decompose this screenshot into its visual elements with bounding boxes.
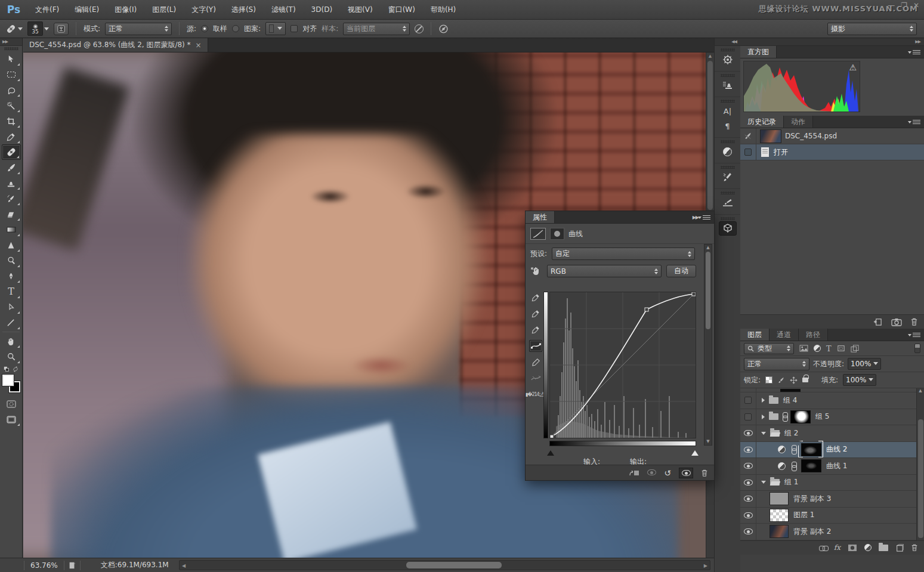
menu-3d[interactable]: 3D(D): [304, 0, 340, 20]
dock-collapse-control[interactable]: ◀◀: [715, 38, 740, 46]
tab-actions[interactable]: 动作: [784, 116, 813, 128]
menu-filter[interactable]: 滤镜(T): [264, 0, 304, 20]
character-panel-icon[interactable]: A|: [719, 104, 737, 118]
tab-history[interactable]: 历史记录: [740, 116, 784, 128]
targeted-adjustment-icon[interactable]: [530, 266, 542, 277]
toggle-brush-panel-button[interactable]: [54, 23, 69, 35]
tool-preset-picker[interactable]: [6, 24, 23, 34]
expand-triangle-icon[interactable]: [762, 415, 765, 419]
panel-grip[interactable]: [721, 74, 735, 77]
delete-adjustment-trash-icon[interactable]: [701, 469, 708, 477]
align-checkbox[interactable]: [291, 25, 298, 32]
filter-smart-objects-icon[interactable]: [851, 345, 859, 353]
eraser-tool[interactable]: [2, 206, 21, 222]
layer-row-group1[interactable]: 组 1: [740, 475, 924, 491]
black-point-eyedropper-icon[interactable]: [529, 292, 542, 304]
sample-dropdown[interactable]: 当前图层: [343, 23, 410, 35]
history-step-row[interactable]: 打开: [740, 144, 924, 160]
layer-row-bg-copy3[interactable]: 背景 副本 3: [740, 491, 924, 508]
sample-radio[interactable]: [201, 25, 208, 32]
group-mask-thumbnail[interactable]: [790, 410, 811, 423]
history-snapshot-row[interactable]: DSC_4554.psd: [740, 128, 924, 144]
draw-curve-pencil-icon[interactable]: [529, 356, 542, 368]
mask-link-icon[interactable]: [791, 462, 796, 471]
layer-row-group5[interactable]: 组 5: [740, 409, 924, 426]
zoom-tool[interactable]: [2, 349, 21, 364]
layer-mask-thumbnail[interactable]: [801, 459, 821, 472]
menu-type[interactable]: 文字(Y): [184, 0, 224, 20]
mode-dropdown[interactable]: 正常: [105, 23, 172, 35]
mask-badge-icon[interactable]: [550, 228, 564, 240]
history-source-checkbox[interactable]: [740, 144, 756, 160]
tab-paths[interactable]: 路径: [799, 329, 828, 341]
scrollbar-thumb[interactable]: [918, 419, 923, 538]
view-previous-state-icon[interactable]: [647, 469, 656, 477]
visibility-toggle[interactable]: [740, 524, 756, 540]
new-group-icon[interactable]: [879, 545, 888, 551]
expand-triangle-icon[interactable]: [762, 398, 765, 403]
gradient-tool[interactable]: [2, 222, 21, 237]
warning-icon[interactable]: ⚠: [849, 63, 857, 72]
scroll-up-icon[interactable]: ▲: [704, 245, 712, 251]
lock-all-icon[interactable]: [802, 378, 808, 382]
type-tool[interactable]: T: [2, 284, 21, 299]
brush-panel-icon[interactable]: [719, 196, 737, 210]
scrollbar-thumb[interactable]: [707, 61, 713, 210]
tab-histogram[interactable]: 直方图: [740, 46, 777, 58]
toggle-visibility-button[interactable]: [679, 468, 693, 478]
auto-button[interactable]: 自动: [666, 265, 696, 277]
white-point-eyedropper-icon[interactable]: [529, 324, 542, 336]
blur-tool[interactable]: [2, 237, 21, 253]
panel-grip[interactable]: [721, 217, 735, 220]
tab-layers[interactable]: 图层: [740, 329, 770, 341]
path-select-tool[interactable]: [2, 299, 21, 315]
panel-grip[interactable]: [721, 191, 735, 194]
layer-row-group4[interactable]: 组 4: [740, 392, 924, 409]
properties-scrollbar[interactable]: ▲ ▼: [704, 244, 712, 446]
zoom-level-field[interactable]: 63.76%: [24, 561, 64, 570]
tablet-pressure-icon[interactable]: [438, 24, 449, 34]
new-adjustment-layer-icon[interactable]: [864, 544, 872, 551]
collapse-triangle-icon[interactable]: [761, 432, 766, 435]
delete-trash-icon[interactable]: [910, 317, 918, 326]
layer-thumbnail[interactable]: [770, 525, 789, 538]
new-snapshot-camera-icon[interactable]: [891, 318, 902, 326]
new-layer-icon[interactable]: [895, 544, 904, 552]
menu-select[interactable]: 选择(S): [224, 0, 264, 20]
clip-to-layer-icon[interactable]: [629, 469, 639, 477]
tab-channels[interactable]: 通道: [770, 329, 799, 341]
marquee-tool[interactable]: [2, 67, 21, 82]
tab-close-icon[interactable]: ×: [196, 41, 202, 50]
visibility-toggle[interactable]: [740, 409, 756, 425]
scrollbar-thumb[interactable]: [706, 252, 710, 329]
white-input-slider[interactable]: [691, 447, 699, 456]
tab-properties[interactable]: 属性: [526, 211, 555, 223]
dock-expand-control[interactable]: ▶▶: [740, 38, 924, 46]
lock-position-icon[interactable]: [790, 376, 798, 384]
panel-menu-icon[interactable]: [698, 215, 710, 221]
scroll-up-icon[interactable]: ▲: [917, 388, 924, 393]
hand-tool[interactable]: [2, 333, 21, 349]
layer-row-bg-copy2[interactable]: 背景 副本 2: [740, 524, 924, 540]
panel-grip[interactable]: [721, 140, 735, 143]
layer-row-partial[interactable]: [740, 388, 924, 392]
adjustments-panel-icon[interactable]: [719, 144, 737, 159]
menu-layer[interactable]: 图层(L): [144, 0, 184, 20]
workspace-switcher[interactable]: 摄影: [827, 23, 917, 35]
canvas-horizontal-scrollbar[interactable]: ◀ ▶: [179, 560, 710, 570]
panel-grip[interactable]: [721, 100, 735, 103]
scroll-down-icon[interactable]: ▼: [704, 438, 712, 445]
visibility-toggle[interactable]: [740, 392, 756, 409]
pattern-radio[interactable]: [232, 25, 239, 32]
smooth-curve-icon[interactable]: [529, 372, 542, 384]
scroll-up-icon[interactable]: ▲: [706, 52, 714, 60]
menu-file[interactable]: 文件(F): [27, 0, 67, 20]
clone-source-panel-icon[interactable]: [719, 78, 737, 92]
mask-thumbnail-wrap[interactable]: [801, 443, 821, 456]
menu-image[interactable]: 图像(I): [107, 0, 144, 20]
brush-preset-picker[interactable]: 35: [27, 21, 49, 36]
mask-link-icon[interactable]: [791, 445, 796, 454]
panel-grip[interactable]: [721, 166, 735, 169]
reset-icon[interactable]: ↺: [664, 468, 671, 478]
scroll-right-icon[interactable]: ▶: [704, 563, 707, 568]
